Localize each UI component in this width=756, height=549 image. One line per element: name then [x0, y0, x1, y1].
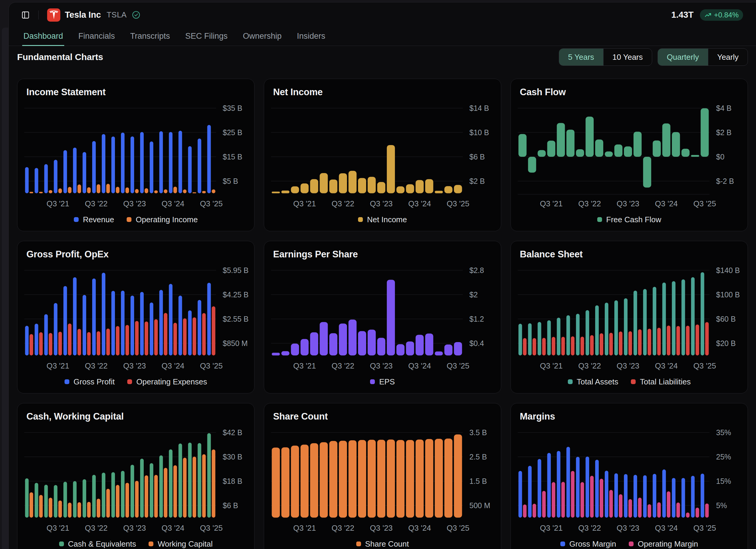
bar-operating-income-6 [87, 187, 91, 193]
y-tick-label: $100 B [716, 291, 740, 299]
y-tick-label: 2.5 B [469, 453, 487, 461]
legend-item-working-capital: Working Capital [149, 539, 212, 549]
bar-share-count-13 [396, 440, 405, 517]
bar-share-count-17 [435, 439, 443, 517]
bar-revenue-5 [73, 148, 77, 193]
tab-transcripts[interactable]: Transcripts [129, 27, 171, 46]
legend-label: Operating Expenses [136, 377, 207, 387]
bar-free-cash-flow-0 [518, 134, 526, 157]
x-tick-label: Q3 '22 [578, 523, 601, 532]
bar-revenue-1 [35, 168, 38, 193]
bar-operating-income-7 [97, 184, 100, 193]
bar-gross-profit-0 [25, 326, 29, 356]
legend-dot [358, 217, 363, 222]
period-toggle: QuarterlyYearly [658, 48, 748, 66]
tab-ownership[interactable]: Ownership [242, 27, 283, 46]
x-tick-label: Q3 '22 [578, 361, 601, 370]
bar-cash-equivalents-0 [25, 478, 29, 518]
toggle-quarterly[interactable]: Quarterly [658, 49, 708, 65]
toggle-yearly[interactable]: Yearly [708, 49, 748, 65]
y-tick-label: $1.2 [469, 315, 484, 323]
bar-operating-expenses-13 [154, 319, 158, 356]
bar-share-count-11 [377, 440, 385, 517]
bar-eps-7 [339, 324, 347, 355]
chart-card-earnings-per-share: Earnings Per Share$2.8$2$1.2$0.4Q3 '21Q3… [264, 241, 501, 394]
chart-legend: Net Income [264, 213, 501, 226]
x-tick-label: Q3 '22 [85, 523, 108, 532]
chart-card-cash-working-capital: Cash, Working Capital$42 B$30 B$18 B$6 B… [17, 403, 255, 549]
bar-gross-margin-18 [691, 476, 695, 517]
bar-operating-margin-7 [590, 476, 594, 517]
legend-dot [59, 541, 64, 546]
bar-total-liabilities-16 [676, 326, 680, 355]
x-tick-label: Q3 '22 [85, 361, 108, 370]
bar-eps-14 [406, 342, 414, 356]
bar-net-income-19 [454, 185, 462, 193]
bar-gross-profit-5 [73, 277, 77, 355]
bar-operating-margin-15 [667, 491, 670, 517]
bar-total-liabilities-6 [580, 337, 584, 356]
legend-label: Share Count [365, 539, 409, 549]
chart-legend: EPS [264, 375, 501, 388]
bar-total-assets-7 [586, 310, 589, 356]
bar-gross-margin-12 [634, 475, 637, 518]
bar-gross-margin-16 [672, 478, 676, 517]
chart-legend: Share Count [264, 537, 501, 549]
sidebar-toggle-button[interactable] [21, 11, 30, 19]
x-tick-label: Q3 '25 [447, 361, 469, 370]
tab-sec-filings[interactable]: SEC Filings [184, 27, 229, 46]
toggle-10-years[interactable]: 10 Years [604, 49, 652, 65]
bar-share-count-8 [348, 440, 357, 518]
chart-legend: Cash & EquivalentsWorking Capital [17, 537, 254, 549]
bar-gross-margin-7 [586, 457, 589, 517]
bar-gross-margin-0 [518, 471, 522, 518]
bar-revenue-4 [63, 150, 67, 193]
bar-share-count-0 [272, 448, 280, 517]
bar-free-cash-flow-16 [672, 132, 680, 157]
bar-free-cash-flow-18 [691, 155, 699, 157]
x-tick-label: Q3 '23 [617, 199, 640, 208]
legend-dot [597, 217, 602, 222]
bar-operating-expenses-12 [145, 322, 148, 356]
bar-cash-equivalents-13 [150, 463, 153, 517]
y-tick-label: 500 M [469, 501, 490, 510]
bar-free-cash-flow-4 [557, 123, 565, 157]
bar-share-count-4 [310, 443, 318, 518]
toggle-5-years[interactable]: 5 Years [559, 49, 604, 65]
x-tick-label: Q3 '21 [47, 199, 69, 208]
bar-total-liabilities-2 [542, 338, 546, 356]
y-tick-label: $15 B [223, 152, 242, 161]
bar-operating-expenses-17 [193, 318, 196, 356]
range-toggle: 5 Years10 Years [559, 48, 652, 66]
bar-operating-income-17 [193, 192, 196, 193]
bar-eps-11 [377, 338, 385, 356]
bar-gross-margin-11 [624, 474, 628, 518]
bar-gross-margin-15 [662, 469, 666, 517]
bar-free-cash-flow-1 [528, 157, 536, 173]
bar-gross-margin-17 [682, 478, 685, 517]
bar-free-cash-flow-3 [547, 140, 555, 157]
company-name: Tesla Inc [65, 10, 101, 20]
bar-gross-margin-14 [653, 474, 656, 518]
tab-financials[interactable]: Financials [77, 27, 116, 46]
legend-item-operating-income: Operating Income [127, 215, 198, 224]
y-tick-label: $2 [469, 291, 478, 299]
tab-dashboard[interactable]: Dashboard [22, 27, 64, 46]
legend-item-share-count: Share Count [356, 539, 409, 549]
bar-operating-margin-11 [628, 499, 632, 518]
x-tick-label: Q3 '23 [370, 361, 393, 370]
bar-cash-equivalents-8 [102, 473, 105, 518]
bar-gross-margin-13 [643, 475, 647, 518]
bar-working-capital-0 [29, 492, 33, 517]
bar-net-income-10 [368, 177, 376, 193]
bar-free-cash-flow-9 [605, 151, 613, 157]
bar-eps-16 [425, 334, 433, 356]
bar-eps-17 [435, 352, 443, 355]
chart-card-margins: Margins35%25%15%5%Q3 '21Q3 '22Q3 '23Q3 '… [511, 403, 748, 549]
bar-eps-8 [348, 320, 357, 355]
bar-operating-income-16 [183, 189, 187, 193]
tab-insiders[interactable]: Insiders [296, 27, 327, 46]
bar-free-cash-flow-5 [566, 130, 574, 157]
chart-plot-share-count: 3.5 B2.5 B1.5 B500 MQ3 '21Q3 '22Q3 '23Q3… [264, 403, 501, 549]
legend-label: EPS [379, 377, 395, 387]
